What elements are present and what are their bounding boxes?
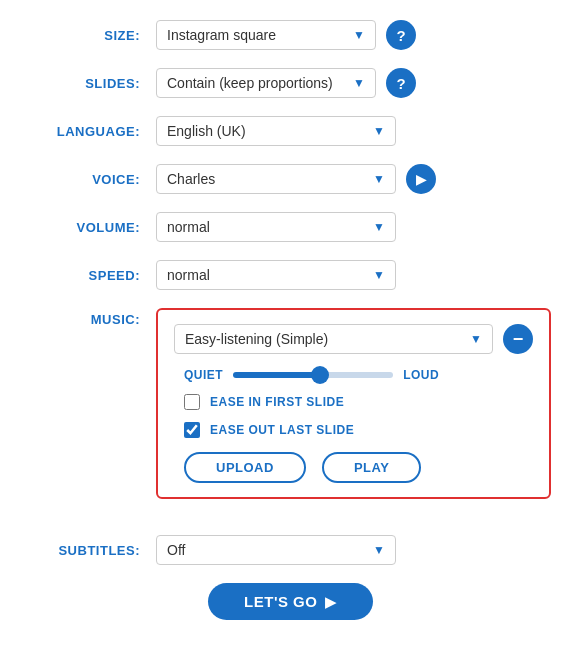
volume-slider-row: QUIET LOUD	[184, 368, 533, 382]
speed-value: normal	[167, 267, 365, 283]
lets-go-arrow-icon: ▶	[325, 594, 337, 610]
music-outer-row: MUSIC: Easy-listening (Simple) ▼ − QUIET…	[30, 308, 551, 517]
language-row: LANGUAGE: English (UK) ▼	[30, 116, 551, 146]
size-select[interactable]: Instagram square ▼	[156, 20, 376, 50]
slides-value: Contain (keep proportions)	[167, 75, 345, 91]
subtitles-label: SUBTITLES:	[30, 543, 140, 558]
slides-chevron-icon: ▼	[353, 76, 365, 90]
subtitles-chevron-icon: ▼	[373, 543, 385, 557]
upload-button[interactable]: UPLOAD	[184, 452, 306, 483]
slides-select[interactable]: Contain (keep proportions) ▼	[156, 68, 376, 98]
language-value: English (UK)	[167, 123, 365, 139]
slides-help-button[interactable]: ?	[386, 68, 416, 98]
volume-select[interactable]: normal ▼	[156, 212, 396, 242]
volume-chevron-icon: ▼	[373, 220, 385, 234]
music-select[interactable]: Easy-listening (Simple) ▼	[174, 324, 493, 354]
voice-select[interactable]: Charles ▼	[156, 164, 396, 194]
speed-select[interactable]: normal ▼	[156, 260, 396, 290]
ease-out-checkbox[interactable]	[184, 422, 200, 438]
music-action-buttons: UPLOAD PLAY	[184, 452, 533, 483]
volume-row: VOLUME: normal ▼	[30, 212, 551, 242]
voice-row: VOICE: Charles ▼ ▶	[30, 164, 551, 194]
subtitles-select[interactable]: Off ▼	[156, 535, 396, 565]
voice-value: Charles	[167, 171, 365, 187]
music-section: Easy-listening (Simple) ▼ − QUIET LOUD E…	[156, 308, 551, 499]
ease-in-row: EASE IN FIRST SLIDE	[184, 394, 533, 410]
lets-go-row: LET'S GO ▶	[30, 583, 551, 620]
music-label: MUSIC:	[30, 312, 140, 327]
language-chevron-icon: ▼	[373, 124, 385, 138]
loud-label: LOUD	[403, 368, 439, 382]
ease-out-row: EASE OUT LAST SLIDE	[184, 422, 533, 438]
size-row: SIZE: Instagram square ▼ ?	[30, 20, 551, 50]
voice-play-button[interactable]: ▶	[406, 164, 436, 194]
quiet-label: QUIET	[184, 368, 223, 382]
size-chevron-icon: ▼	[353, 28, 365, 42]
size-value: Instagram square	[167, 27, 345, 43]
music-select-row: Easy-listening (Simple) ▼ −	[174, 324, 533, 354]
ease-out-label[interactable]: EASE OUT LAST SLIDE	[210, 423, 354, 437]
ease-in-checkbox[interactable]	[184, 394, 200, 410]
play-music-button[interactable]: PLAY	[322, 452, 421, 483]
music-value: Easy-listening (Simple)	[185, 331, 462, 347]
speed-chevron-icon: ▼	[373, 268, 385, 282]
ease-in-label[interactable]: EASE IN FIRST SLIDE	[210, 395, 344, 409]
slides-row: SLIDES: Contain (keep proportions) ▼ ?	[30, 68, 551, 98]
size-label: SIZE:	[30, 28, 140, 43]
lets-go-button[interactable]: LET'S GO ▶	[208, 583, 373, 620]
subtitles-value: Off	[167, 542, 365, 558]
speed-label: SPEED:	[30, 268, 140, 283]
music-chevron-icon: ▼	[470, 332, 482, 346]
volume-slider[interactable]	[233, 372, 393, 378]
language-label: LANGUAGE:	[30, 124, 140, 139]
voice-chevron-icon: ▼	[373, 172, 385, 186]
slides-label: SLIDES:	[30, 76, 140, 91]
volume-value: normal	[167, 219, 365, 235]
subtitles-row: SUBTITLES: Off ▼	[30, 535, 551, 565]
volume-label: VOLUME:	[30, 220, 140, 235]
language-select[interactable]: English (UK) ▼	[156, 116, 396, 146]
speed-row: SPEED: normal ▼	[30, 260, 551, 290]
lets-go-label: LET'S GO	[244, 593, 317, 610]
music-remove-button[interactable]: −	[503, 324, 533, 354]
size-help-button[interactable]: ?	[386, 20, 416, 50]
voice-label: VOICE:	[30, 172, 140, 187]
